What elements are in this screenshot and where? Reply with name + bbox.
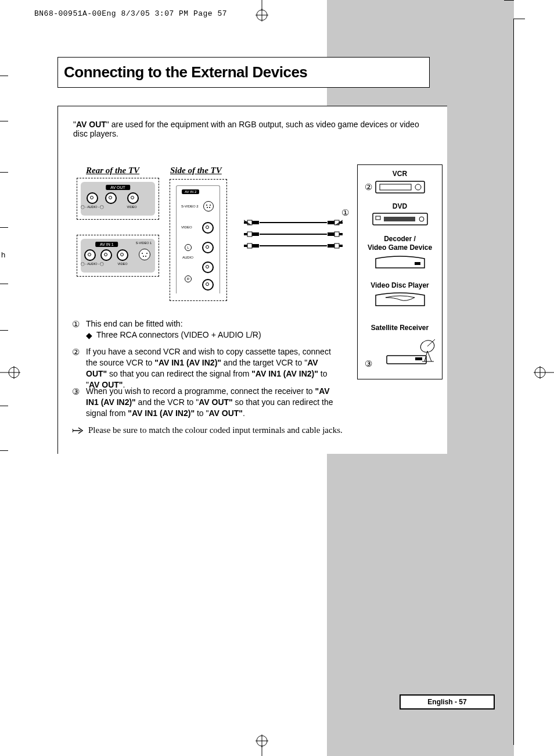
marker-3: ③	[365, 359, 372, 369]
svg-rect-41	[328, 232, 334, 236]
vdp-icon	[374, 292, 426, 309]
cable-line	[260, 245, 327, 246]
jack-label-audio: ◯ - AUDIO - ◯	[63, 205, 121, 209]
panel-bg: AV IN 1 S-VIDEO 1 ◯ - AUDIO - ◯ VIDEO	[81, 239, 155, 273]
svg-point-18	[143, 256, 144, 257]
diamond-icon: ◆	[86, 330, 91, 341]
left-tick	[0, 450, 8, 451]
svg-point-22	[207, 207, 208, 208]
s3-b3: "AV IN1 (AV IN2)"	[128, 409, 195, 418]
svg-rect-29	[252, 221, 259, 224]
svideo1-label: S-VIDEO 1	[136, 241, 152, 245]
svg-rect-47	[328, 244, 334, 248]
jack-svideo2	[203, 201, 214, 212]
s3-e: to "	[195, 409, 208, 418]
panel-bg: AV OUT ◯ - AUDIO - ◯ VIDEO	[81, 182, 155, 216]
step-2-num: ②	[72, 346, 80, 358]
cable-row	[244, 241, 343, 253]
rca-plug-icon	[244, 220, 261, 225]
cropmark-top	[254, 0, 270, 22]
note-row: Please be sure to match the colour coded…	[72, 425, 401, 435]
rca-plug-icon	[325, 243, 343, 249]
svg-rect-52	[376, 216, 380, 220]
note-text: Please be sure to match the colour coded…	[88, 425, 401, 435]
svg-point-17	[146, 253, 148, 254]
note-arrow-icon	[72, 427, 85, 437]
step-1-bullet: Three RCA connectors (VIDEO + AUDIO L/R)	[96, 330, 261, 339]
s3-b4: AV OUT"	[208, 409, 243, 418]
marker-2: ②	[365, 182, 372, 192]
cable-row	[244, 230, 343, 241]
panel-side: AV IN 2 S-VIDEO 2 VIDEO L AUDIO R	[170, 179, 227, 301]
vcr-icon	[375, 181, 425, 195]
svg-rect-38	[252, 232, 259, 236]
intro-text: "AV OUT" are used for the equipment with…	[73, 120, 436, 138]
s3-a: When you wish to record a programme, con…	[86, 386, 315, 396]
dvd-icon	[372, 213, 428, 227]
label-video: VIDEO	[181, 225, 192, 229]
device-label-dvd: DVD	[358, 202, 442, 210]
svg-rect-44	[252, 244, 259, 248]
device-label-decoder2: Video Game Device	[358, 243, 442, 252]
step-2: ② If you have a second VCR and wish to c…	[72, 346, 337, 390]
s3-f: .	[243, 409, 245, 418]
label-svideo2: S-VIDEO 2	[181, 205, 199, 208]
panel-av-out: AV OUT ◯ - AUDIO - ◯ VIDEO	[77, 178, 159, 220]
label-audio-word: AUDIO	[182, 256, 193, 259]
svg-rect-49	[380, 184, 411, 190]
svg-line-61	[427, 351, 431, 361]
decoder-icon	[374, 255, 426, 271]
crop-column-right	[513, 19, 514, 745]
s3-c: and the VCR to "	[136, 397, 199, 407]
jack-audio-m-side	[202, 261, 214, 273]
section-title-box: Connecting to the External Devices	[57, 57, 430, 88]
jack-audio-l-side	[202, 242, 214, 253]
svg-rect-35	[328, 221, 334, 224]
s2-b3: "AV IN1 (AV IN2)"	[251, 369, 318, 378]
intro-rest: " are used for the equipment with an RGB…	[73, 120, 419, 138]
rca-plug-icon	[244, 231, 261, 237]
marker-1: ①	[341, 207, 349, 218]
jack-label-video: VIDEO	[111, 262, 134, 266]
left-tick	[0, 284, 8, 284]
left-tick	[0, 121, 8, 121]
s3-b2: AV OUT"	[199, 397, 233, 407]
step-3: ③ When you wish to record a programme, c…	[72, 386, 337, 419]
jack-audio-l	[84, 249, 96, 261]
cropmark-bottom	[254, 734, 270, 756]
svg-rect-42	[244, 245, 247, 247]
svg-point-50	[415, 184, 421, 190]
device-label-vcr: VCR	[358, 170, 442, 178]
step-1-lead: This end can be fitted with:	[86, 319, 183, 328]
svg-point-19	[145, 256, 146, 257]
registration-right	[532, 364, 554, 382]
rca-plug-icon	[244, 243, 261, 249]
svg-point-54	[419, 217, 424, 221]
registration-left	[0, 364, 22, 382]
svg-rect-53	[384, 217, 415, 221]
svg-rect-36	[244, 233, 247, 235]
svg-rect-40	[334, 232, 339, 237]
jack-label-video: VIDEO	[120, 205, 143, 209]
panel-side-inner: AV IN 2 S-VIDEO 2 VIDEO L AUDIO R	[176, 185, 220, 293]
s2-c: and the target VCR to "	[221, 358, 307, 367]
svg-point-23	[209, 207, 210, 208]
svg-point-21	[210, 205, 211, 206]
step-3-num: ③	[72, 386, 80, 397]
svg-rect-46	[334, 243, 339, 248]
label-r-circle: R	[185, 275, 192, 282]
s2-d: so that you can redirect the signal from	[107, 369, 251, 378]
svg-rect-43	[247, 243, 252, 248]
s2-b1: "AV IN1 (AV IN2)"	[154, 358, 221, 367]
device-label-decoder1: Decoder /	[358, 235, 442, 243]
panel-title-avout: AV OUT	[106, 185, 130, 190]
jack-video	[127, 192, 139, 204]
jack-audio-r	[100, 249, 112, 261]
jack-video-side	[202, 222, 214, 234]
rca-plug-icon	[325, 220, 343, 225]
cable-line	[260, 222, 327, 223]
panel-title-avin1: AV IN 1	[95, 242, 118, 247]
panel-av-in1: AV IN 1 S-VIDEO 1 ◯ - AUDIO - ◯ VIDEO	[77, 235, 159, 277]
rca-cables	[244, 218, 343, 253]
stray-h: h	[1, 250, 5, 259]
